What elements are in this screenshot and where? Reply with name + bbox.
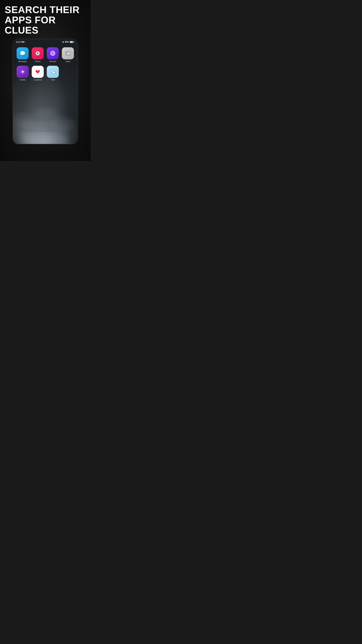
headline-line1: SEARCH THEIR	[5, 5, 86, 15]
svg-point-3	[37, 52, 38, 54]
status-right: ⊘ 90%	[62, 41, 74, 43]
svg-rect-7	[39, 53, 40, 54]
status-time: 2:17 PM	[16, 41, 24, 43]
lovebook-label: LoveBook	[34, 79, 42, 81]
svg-rect-18	[66, 52, 68, 54]
empty-slot	[62, 66, 74, 81]
browser-icon	[47, 47, 59, 59]
svg-point-30	[53, 71, 53, 72]
svg-point-29	[52, 71, 53, 72]
svg-rect-5	[37, 55, 38, 56]
photos-icon	[32, 47, 44, 59]
svg-rect-4	[37, 51, 38, 52]
app-interflix[interactable]: Interflix	[16, 66, 29, 81]
no-disturb-icon: ⊘	[62, 41, 64, 43]
photos-label: Photos	[35, 60, 40, 62]
battery-icon	[70, 41, 74, 43]
chat-icon	[47, 66, 59, 78]
app-news[interactable]: News	[62, 47, 74, 62]
interflix-icon	[16, 66, 29, 78]
app-grid-row1: Messages Photos	[13, 44, 78, 66]
app-photos[interactable]: Photos	[32, 47, 44, 62]
messages-label: Messages	[18, 60, 27, 62]
svg-rect-6	[35, 53, 36, 54]
status-bar: 2:17 PM ⊘ 90%	[13, 39, 78, 44]
browser-label: Browser	[49, 60, 56, 62]
smoke-area	[13, 84, 78, 144]
phone-frame: 2:17 PM ⊘ 90% Messages	[12, 39, 78, 144]
svg-point-37	[13, 114, 33, 127]
news-icon	[62, 47, 74, 59]
lovebook-icon	[32, 66, 44, 78]
app-messages[interactable]: Messages	[16, 47, 29, 62]
svg-point-0	[20, 51, 25, 55]
headline: SEARCH THEIR APPS FOR CLUES	[0, 0, 90, 39]
battery-percent: 90%	[65, 41, 69, 43]
news-label: News	[65, 60, 70, 62]
messages-icon	[16, 47, 29, 59]
svg-point-28	[51, 71, 52, 72]
app-lovebook[interactable]: LoveBook	[32, 66, 44, 81]
app-grid-row2: Interflix LoveBook Chat	[13, 66, 78, 84]
headline-line2: APPS FOR CLUES	[5, 15, 86, 36]
svg-point-36	[51, 116, 75, 131]
interflix-label: Interflix	[19, 79, 25, 81]
chat-label: Chat	[51, 79, 55, 81]
app-chat[interactable]: Chat	[47, 66, 59, 81]
svg-point-27	[52, 71, 55, 74]
app-browser[interactable]: Browser	[47, 47, 59, 62]
